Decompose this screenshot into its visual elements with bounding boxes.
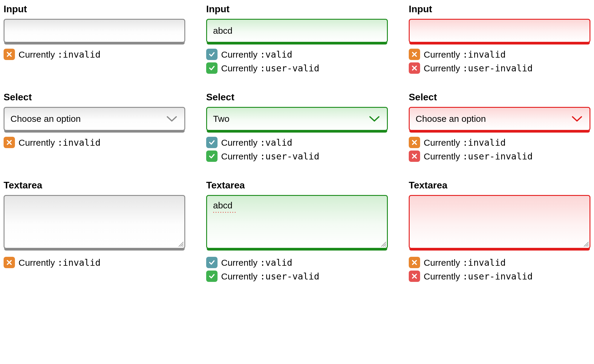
status-list: Currently :invalid <box>4 137 185 148</box>
textarea-field-wrap <box>409 195 590 251</box>
status-list: Currently :invalid <box>4 257 185 268</box>
textarea-label: Textarea <box>409 180 590 191</box>
select-invalid[interactable]: Choose an option <box>409 107 590 131</box>
select-field-wrap: Choose an option <box>4 107 185 131</box>
chevron-down-icon <box>166 116 177 122</box>
status-list: Currently :valid Currently :user-valid <box>206 49 388 74</box>
status-text: Currently :user-invalid <box>424 271 533 282</box>
select-cell-invalid: Select Choose an option Currently :inval… <box>409 92 590 162</box>
status-text: Currently :user-invalid <box>424 63 533 73</box>
status-user-invalid: Currently :user-invalid <box>409 150 590 162</box>
status-list: Currently :valid Currently :user-valid <box>206 137 388 162</box>
textarea-label: Textarea <box>4 180 185 191</box>
select-label: Select <box>409 92 590 103</box>
status-user-valid: Currently :user-valid <box>206 62 388 74</box>
status-user-valid: Currently :user-valid <box>206 150 388 162</box>
check-icon <box>206 257 218 268</box>
status-invalid: Currently :invalid <box>409 137 590 148</box>
select-label: Select <box>4 92 185 103</box>
select-label: Select <box>206 92 388 103</box>
status-invalid: Currently :invalid <box>4 137 185 148</box>
cross-icon <box>4 257 15 268</box>
textarea-field-wrap <box>206 195 388 251</box>
status-text: Currently :user-valid <box>221 271 319 282</box>
status-invalid: Currently :invalid <box>4 257 185 268</box>
input-cell-valid: Input Currently :valid Currently :user-v… <box>206 4 388 74</box>
textarea-cell-invalid: Textarea Currently :invalid Currently :u… <box>409 180 590 282</box>
input-label: Input <box>206 4 388 15</box>
status-text: Currently :valid <box>221 137 292 148</box>
status-invalid: Currently :invalid <box>409 49 590 60</box>
input-label: Input <box>409 4 590 15</box>
status-list: Currently :invalid <box>4 49 185 60</box>
cross-icon <box>4 137 15 148</box>
status-text: Currently :invalid <box>424 257 506 268</box>
chevron-down-icon <box>572 116 582 122</box>
select-field-wrap: Choose an option <box>409 107 590 131</box>
textarea-valid[interactable] <box>206 195 388 249</box>
check-icon <box>206 150 218 162</box>
cross-icon <box>409 49 420 60</box>
status-text: Currently :invalid <box>424 49 506 60</box>
status-text: Currently :user-invalid <box>424 151 533 162</box>
status-invalid: Currently :invalid <box>4 49 185 60</box>
form-validation-demo-grid: Input Currently :invalid Input Currently… <box>4 4 590 282</box>
input-label: Input <box>4 4 185 15</box>
status-text: Currently :invalid <box>19 49 101 60</box>
cross-icon <box>409 271 420 282</box>
input-field-wrap <box>4 19 185 43</box>
cross-icon <box>409 137 420 148</box>
textarea-neutral[interactable] <box>4 195 185 249</box>
select-cell-neutral: Select Choose an option Currently :inval… <box>4 92 185 162</box>
input-cell-neutral: Input Currently :invalid <box>4 4 185 74</box>
input-field-wrap <box>409 19 590 43</box>
select-neutral[interactable]: Choose an option <box>4 107 185 131</box>
status-list: Currently :valid Currently :user-valid <box>206 257 388 282</box>
cross-icon <box>409 150 420 162</box>
textarea-field-wrap <box>4 195 185 251</box>
text-input-neutral[interactable] <box>4 19 185 43</box>
check-icon <box>206 49 218 60</box>
check-icon <box>206 62 218 74</box>
check-icon <box>206 137 218 148</box>
status-text: Currently :invalid <box>424 137 506 148</box>
status-valid: Currently :valid <box>206 257 388 268</box>
select-field-wrap: Two <box>206 107 388 131</box>
cross-icon <box>4 49 15 60</box>
status-valid: Currently :valid <box>206 137 388 148</box>
textarea-label: Textarea <box>206 180 388 191</box>
status-list: Currently :invalid Currently :user-inval… <box>409 257 590 282</box>
status-user-invalid: Currently :user-invalid <box>409 271 590 282</box>
cross-icon <box>409 62 420 74</box>
status-text: Currently :valid <box>221 257 292 268</box>
cross-icon <box>409 257 420 268</box>
status-valid: Currently :valid <box>206 49 388 60</box>
check-icon <box>206 271 218 282</box>
textarea-cell-neutral: Textarea Currently :invalid <box>4 180 185 282</box>
status-text: Currently :user-valid <box>221 151 319 162</box>
status-invalid: Currently :invalid <box>409 257 590 268</box>
status-user-invalid: Currently :user-invalid <box>409 62 590 74</box>
chevron-down-icon <box>369 116 380 122</box>
textarea-invalid[interactable] <box>409 195 590 249</box>
select-cell-valid: Select Two Currently :valid Currently : <box>206 92 388 162</box>
status-user-valid: Currently :user-valid <box>206 271 388 282</box>
status-text: Currently :invalid <box>19 257 101 268</box>
text-input-valid[interactable] <box>206 19 388 43</box>
textarea-cell-valid: Textarea Currently :valid Currently :use… <box>206 180 388 282</box>
status-text: Currently :valid <box>221 49 292 60</box>
status-list: Currently :invalid Currently :user-inval… <box>409 137 590 162</box>
status-list: Currently :invalid Currently :user-inval… <box>409 49 590 74</box>
select-value: Two <box>213 113 229 124</box>
status-text: Currently :user-valid <box>221 63 319 73</box>
status-text: Currently :invalid <box>19 137 101 148</box>
text-input-invalid[interactable] <box>409 19 590 43</box>
select-value: Choose an option <box>416 113 486 124</box>
select-valid[interactable]: Two <box>206 107 388 131</box>
input-field-wrap <box>206 19 388 43</box>
input-cell-invalid: Input Currently :invalid Currently :user… <box>409 4 590 74</box>
select-value: Choose an option <box>10 113 81 124</box>
